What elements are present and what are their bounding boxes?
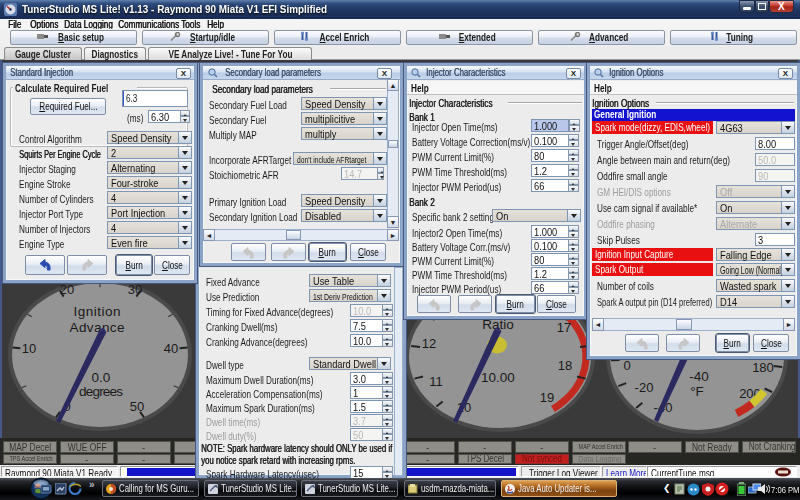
svg-text:19: 19: [540, 390, 554, 405]
svg-text:Advance: Advance: [70, 320, 125, 335]
svg-text:20: 20: [60, 282, 74, 297]
svg-text:30: 30: [128, 282, 142, 297]
svg-text:17: 17: [557, 320, 571, 335]
svg-text:11: 11: [429, 374, 443, 389]
svg-text:0: 0: [623, 358, 630, 373]
svg-text:10.00: 10.00: [481, 370, 515, 385]
svg-text:12: 12: [422, 336, 436, 351]
svg-text:degrees: degrees: [79, 384, 123, 399]
svg-text:0.0: 0.0: [92, 370, 111, 385]
svg-text:Ignition: Ignition: [74, 304, 121, 319]
svg-text:°F: °F: [690, 384, 704, 399]
svg-text:-20: -20: [635, 380, 654, 395]
svg-text:-40: -40: [689, 369, 709, 384]
svg-text:40: 40: [164, 341, 178, 356]
svg-text:50: 50: [130, 399, 144, 414]
svg-text:180: 180: [752, 360, 774, 375]
svg-text:10: 10: [22, 341, 36, 356]
svg-text:18: 18: [558, 358, 572, 373]
